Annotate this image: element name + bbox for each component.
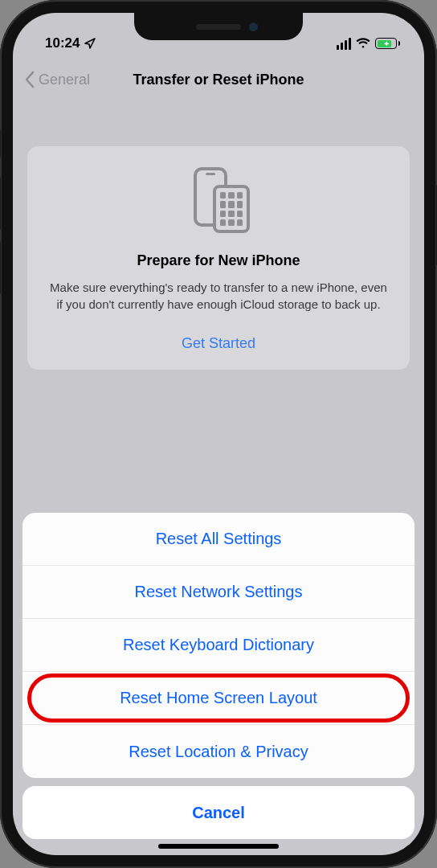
reset-option-label: Reset All Settings (156, 530, 282, 548)
device-notch (134, 13, 303, 40)
cellular-signal-icon (337, 38, 352, 50)
screen: 10:24 ✦ Gener (13, 13, 424, 855)
home-indicator[interactable] (158, 844, 279, 849)
wifi-icon (356, 38, 370, 49)
cancel-button[interactable]: Cancel (22, 786, 415, 839)
back-label: General (39, 72, 90, 88)
back-button[interactable]: General (24, 71, 90, 88)
reset-action-sheet: Reset All Settings Reset Network Setting… (22, 513, 415, 839)
chevron-left-icon (24, 71, 35, 88)
reset-location-privacy-button[interactable]: Reset Location & Privacy (22, 725, 415, 778)
reset-options-group: Reset All Settings Reset Network Setting… (22, 513, 415, 778)
reset-network-settings-button[interactable]: Reset Network Settings (22, 566, 415, 619)
reset-all-settings-button[interactable]: Reset All Settings (22, 513, 415, 566)
prepare-card: Prepare for New iPhone Make sure everyth… (27, 146, 410, 370)
navigation-bar: General Transfer or Reset iPhone (13, 59, 424, 100)
reset-option-label: Reset Keyboard Dictionary (123, 636, 314, 654)
reset-option-label: Reset Location & Privacy (129, 743, 308, 761)
cancel-label: Cancel (192, 804, 245, 822)
get-started-button[interactable]: Get Started (40, 335, 397, 352)
reset-option-label: Reset Home Screen Layout (120, 689, 317, 707)
devices-icon (182, 166, 255, 238)
prepare-title: Prepare for New iPhone (40, 252, 397, 269)
prepare-description: Make sure everything's ready to transfer… (40, 279, 397, 313)
reset-home-screen-layout-button[interactable]: Reset Home Screen Layout (22, 672, 415, 725)
status-time: 10:24 (45, 35, 80, 51)
page-title: Transfer or Reset iPhone (133, 72, 304, 88)
location-arrow-icon (84, 37, 96, 50)
battery-charging-icon: ✦ (375, 38, 400, 49)
reset-keyboard-dictionary-button[interactable]: Reset Keyboard Dictionary (22, 619, 415, 672)
reset-option-label: Reset Network Settings (135, 583, 303, 601)
